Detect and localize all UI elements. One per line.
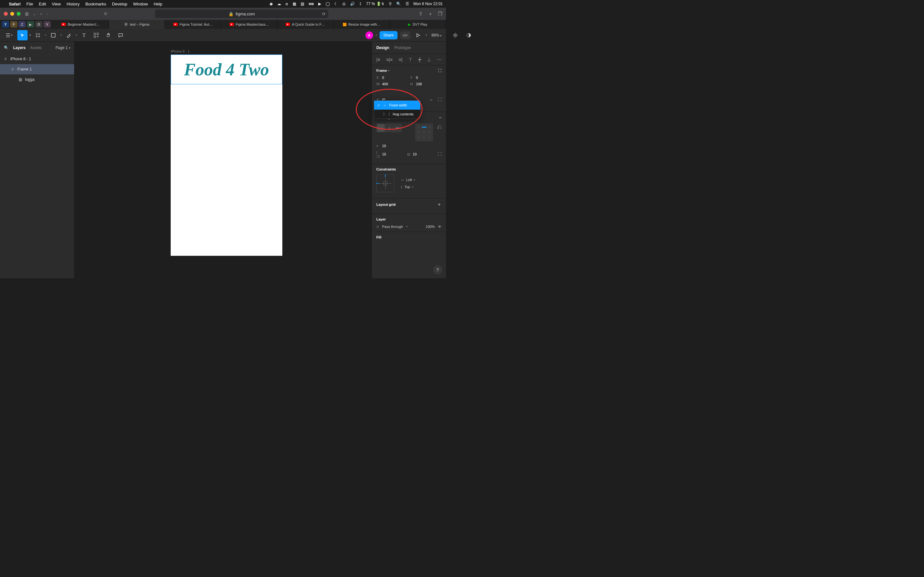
blend-icon[interactable]: ◇ <box>376 224 379 229</box>
layer-image[interactable]: ▦ logga <box>0 74 74 85</box>
menu-view[interactable]: View <box>52 2 61 6</box>
menu-edit[interactable]: Edit <box>39 2 46 6</box>
status-icon[interactable]: ◉ <box>270 2 273 6</box>
move-tool[interactable] <box>17 30 27 40</box>
menu-bookmarks[interactable]: Bookmarks <box>86 2 106 6</box>
browser-tab[interactable]: Figma Masterclass… <box>221 20 277 29</box>
align-left-icon[interactable]: |≡ <box>376 57 380 62</box>
direction-horizontal[interactable]: → <box>385 124 393 132</box>
status-icon[interactable]: ▧ <box>300 2 304 6</box>
comment-tool[interactable] <box>115 30 126 40</box>
help-button[interactable]: ? <box>433 266 442 274</box>
hand-tool[interactable] <box>103 30 113 40</box>
search-icon[interactable]: 🔍 <box>396 2 401 6</box>
height-field[interactable]: H108 <box>410 82 442 86</box>
pinned-tab[interactable]: ▶ <box>27 21 34 27</box>
dropbox-icon[interactable]: ⧈ <box>286 2 288 6</box>
tab-prototype[interactable]: Prototype <box>394 45 411 50</box>
share-button[interactable]: Share <box>380 31 397 39</box>
blend-mode[interactable]: Pass through <box>382 225 403 229</box>
play-icon[interactable]: ▶ <box>318 2 321 6</box>
shape-tool[interactable] <box>48 30 58 40</box>
constraint-v-select[interactable]: ↕Top ▾ <box>401 185 415 189</box>
align-more-icon[interactable]: ⋯ <box>437 57 441 62</box>
align-vcenter-icon[interactable]: ┿ <box>418 57 421 62</box>
avatar[interactable]: A <box>365 31 373 39</box>
selected-frame[interactable]: Food 4 Two <box>171 55 282 84</box>
y-field[interactable]: Y0 <box>410 76 442 79</box>
zoom-window[interactable] <box>17 12 21 16</box>
direction-vertical[interactable]: ↓ <box>377 124 384 132</box>
tab-layers[interactable]: Layers <box>13 45 26 50</box>
tool-chevron[interactable]: ▾ <box>29 34 31 37</box>
layer-frame[interactable]: # iPhone 8 - 1 <box>0 54 74 64</box>
battery-status[interactable]: 77 %🔋↯ <box>366 2 384 6</box>
close-window[interactable] <box>4 12 8 16</box>
opacity-value[interactable]: 100% <box>426 225 435 229</box>
visibility-icon[interactable]: 👁 <box>438 225 441 229</box>
align-right-icon[interactable]: ≡| <box>399 57 403 62</box>
browser-tab[interactable]: Figma Tutorial: Aut… <box>165 20 221 29</box>
layer-autolayout[interactable]: ≡ Frame 1 <box>0 64 74 74</box>
frame-tool[interactable] <box>33 30 43 40</box>
airdrop-icon[interactable]: ◎ <box>342 2 346 6</box>
align-bottom-icon[interactable]: ⊥ <box>427 57 431 62</box>
menu-window[interactable]: Window <box>133 2 148 6</box>
browser-tab[interactable]: Beginner Mastercl… <box>53 20 109 29</box>
padding-individual-icon[interactable]: ⛶ <box>438 152 441 156</box>
tool-chevron[interactable]: ▾ <box>60 34 61 37</box>
padding-v-field[interactable]: ⊟10 <box>407 152 435 156</box>
control-center-icon[interactable]: ☰ <box>405 2 409 6</box>
share-icon[interactable]: ⇪ <box>419 11 423 17</box>
chevron-down-icon[interactable]: ⌄ <box>33 12 36 16</box>
forward-button[interactable]: › <box>46 11 48 17</box>
clock[interactable]: Mon 6 Nov 22:01 <box>414 2 443 6</box>
direction-wrap[interactable]: ↩ <box>394 124 401 132</box>
tab-assets[interactable]: Assets <box>30 45 42 50</box>
browser-tab[interactable]: A Quick Guide to F… <box>278 20 334 29</box>
frame-section-title[interactable]: Frame ▾ ⛶ <box>376 69 441 73</box>
menu-file[interactable]: File <box>26 2 33 6</box>
independent-corners-icon[interactable]: ⛶ <box>438 97 441 102</box>
new-tab-icon[interactable]: ＋ <box>428 11 433 17</box>
browser-tab[interactable]: Ftest – Figma <box>109 20 165 29</box>
artboard[interactable]: Food 4 Two <box>171 55 282 256</box>
artboard-label[interactable]: iPhone 8 - 1 <box>171 49 190 53</box>
align-hcenter-icon[interactable]: ≡|≡ <box>386 57 393 62</box>
tool-chevron[interactable]: ▾ <box>45 34 46 37</box>
pinned-tab[interactable]: O <box>35 21 42 27</box>
fit-icon[interactable]: ⛶ <box>438 69 441 73</box>
constraint-h-select[interactable]: ↔Left ▾ <box>401 178 415 182</box>
padding-h-field[interactable]: |□|10 <box>376 150 405 158</box>
browser-tab[interactable]: ▶SVT Play <box>390 20 446 29</box>
address-bar[interactable]: 🔒 figma.com ⟳ <box>155 10 328 18</box>
resize-option-hug[interactable]: 〉〈 Hug contents <box>374 110 420 119</box>
tool-chevron[interactable]: ▾ <box>76 34 77 37</box>
moon-icon[interactable]: ☾ <box>334 2 338 6</box>
main-menu[interactable]: ▾ <box>3 30 15 40</box>
search-icon[interactable]: 🔍 <box>4 45 9 50</box>
page-selector[interactable]: Page 1 ▾ <box>55 45 70 50</box>
bluetooth-icon[interactable]: ᛒ <box>359 2 362 6</box>
wetransfer-icon[interactable]: we <box>309 2 314 6</box>
present-button[interactable] <box>413 30 423 40</box>
gap-field[interactable]: ≡10 <box>376 144 441 148</box>
remove-icon[interactable]: − <box>439 115 441 120</box>
minimize-window[interactable] <box>10 12 14 16</box>
width-field[interactable]: W408 <box>376 82 408 86</box>
resize-option-fixed[interactable]: ✓ ↔ Fixed width <box>374 101 420 110</box>
tab-design[interactable]: Design <box>376 45 389 50</box>
pinned-tab[interactable]: Z <box>19 21 26 27</box>
add-icon[interactable]: ＋ <box>437 201 441 207</box>
present-chevron[interactable]: ▾ <box>426 34 427 37</box>
resources-tool[interactable] <box>91 30 102 40</box>
dev-mode-button[interactable]: </> <box>400 31 410 39</box>
record-icon[interactable]: ◯ <box>326 2 330 6</box>
menu-develop[interactable]: Develop <box>112 2 128 6</box>
avatar-chevron[interactable]: ▾ <box>376 34 377 37</box>
align-top-icon[interactable]: ⊤ <box>409 57 412 62</box>
text-tool[interactable]: T <box>79 30 89 40</box>
wifi-icon[interactable]: ⚲ <box>389 2 392 6</box>
menu-history[interactable]: History <box>66 2 79 6</box>
back-button[interactable]: ‹ <box>40 11 42 17</box>
